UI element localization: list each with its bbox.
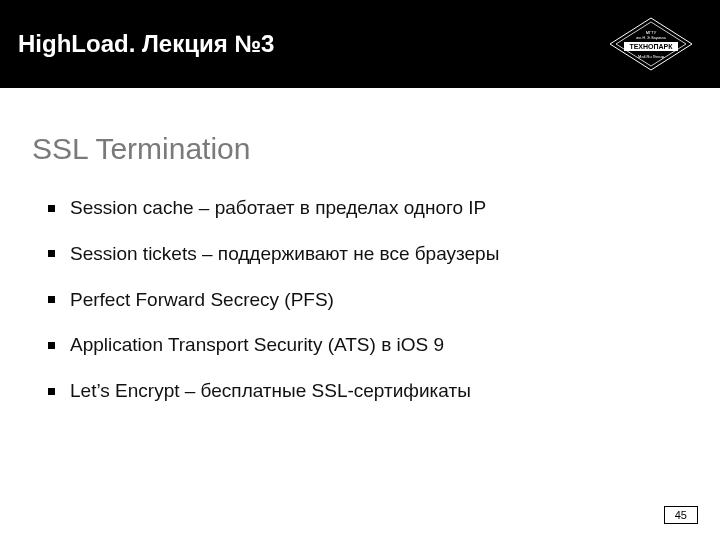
logo-text-mid: им. Н. Э. Баумана — [636, 36, 665, 40]
page-number: 45 — [664, 506, 698, 524]
logo-text-brand: ТЕХНОПАРК — [629, 43, 673, 50]
section-title: SSL Termination — [32, 132, 680, 166]
slide-header: HighLoad. Лекция №3 МГТУ им. Н. Э. Баума… — [0, 0, 720, 88]
list-item: Let’s Encrypt – бесплатные SSL-сертифика… — [48, 379, 680, 403]
slide: HighLoad. Лекция №3 МГТУ им. Н. Э. Баума… — [0, 0, 720, 540]
bullet-list: Session cache – работает в пределах одно… — [32, 196, 680, 403]
list-item: Perfect Forward Secrecy (PFS) — [48, 288, 680, 312]
list-item: Session cache – работает в пределах одно… — [48, 196, 680, 220]
list-item: Session tickets – поддерживают не все бр… — [48, 242, 680, 266]
logo-text-bottom: Mail.Ru Group — [638, 54, 665, 59]
lecture-title: HighLoad. Лекция №3 — [18, 30, 274, 58]
slide-body: SSL Termination Session cache – работает… — [0, 88, 720, 403]
logo-text-top: МГТУ — [646, 30, 657, 35]
list-item: Application Transport Security (ATS) в i… — [48, 333, 680, 357]
technopark-logo: МГТУ им. Н. Э. Баумана ТЕХНОПАРК Mail.Ru… — [606, 16, 696, 72]
